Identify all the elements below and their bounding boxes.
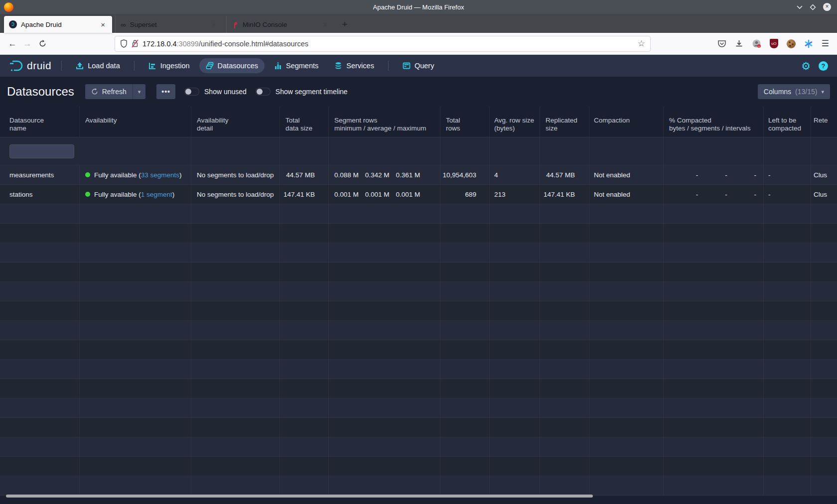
nav-item-load-data[interactable]: Load data: [69, 58, 127, 73]
left-to-be-compacted-cell: -: [764, 185, 811, 204]
window-maximize-icon[interactable]: [810, 4, 816, 10]
nav-item-services[interactable]: Services: [328, 58, 381, 73]
svg-text:x: x: [758, 45, 760, 48]
url-host: 172.18.0.4: [142, 40, 177, 48]
col-header-total-data-size[interactable]: Totaldata size: [280, 107, 329, 137]
datasource-name-filter-input[interactable]: [9, 144, 74, 158]
url-bar[interactable]: 172.18.0.4:30899/unified-console.html#da…: [115, 36, 651, 52]
datasource-name-cell: measurements: [4, 165, 80, 184]
total-rows-cell: 689: [440, 185, 490, 204]
downloads-icon[interactable]: [735, 39, 743, 48]
total-data-size-cell: 44.57 MB: [280, 165, 329, 184]
toggle-knob: [185, 89, 191, 95]
tab-close-icon[interactable]: ×: [210, 20, 218, 29]
minio-favicon: [232, 20, 239, 29]
help-icon[interactable]: ?: [819, 61, 828, 71]
col-header-segment-rows[interactable]: Segment rowsminimum / average / maximum: [329, 107, 440, 137]
tracking-shield-icon[interactable]: [120, 39, 128, 48]
window-minimize-icon[interactable]: [797, 5, 803, 9]
tab-label: Superset: [130, 21, 210, 28]
show-segment-timeline-label: Show segment timeline: [276, 88, 348, 96]
refresh-button[interactable]: Refresh: [85, 84, 133, 99]
ublock-origin-icon[interactable]: uO: [770, 39, 778, 48]
col-header-pct-compacted[interactable]: % Compactedbytes / segments / intervals: [664, 107, 764, 137]
nav-item-label: Segments: [286, 62, 318, 70]
tab-close-icon[interactable]: ×: [321, 20, 329, 29]
nav-item-datasources[interactable]: Datasources: [199, 58, 265, 73]
avg-row-size-cell: 4: [490, 165, 540, 184]
availability-text: ): [172, 191, 175, 198]
refresh-icon: [91, 88, 98, 95]
nav-separator: [61, 61, 62, 71]
col-header-availability-detail[interactable]: Availabilitydetail: [191, 107, 280, 137]
empty-row: [0, 243, 837, 262]
avg-row-size-cell: 213: [490, 185, 540, 204]
nav-item-segments[interactable]: Segments: [268, 58, 325, 73]
url-text[interactable]: 172.18.0.4:30899/unified-console.html#da…: [142, 40, 634, 48]
availability-cell: Fully available (1 segment): [80, 185, 191, 204]
compaction-cell: Not enabled: [589, 165, 664, 184]
account-extension-icon[interactable]: x: [752, 39, 761, 48]
nav-item-ingestion[interactable]: Ingestion: [142, 58, 196, 73]
tab-minio-console[interactable]: MinIO Console ×: [226, 16, 334, 33]
back-button[interactable]: ←: [5, 36, 20, 51]
col-header-avg-row-size[interactable]: Avg. row size(bytes): [490, 107, 540, 137]
pocket-icon[interactable]: [717, 39, 726, 48]
segments-link[interactable]: 33 segments: [141, 171, 179, 179]
col-header-datasource-name[interactable]: Datasourcename: [4, 107, 80, 137]
col-header-total-rows[interactable]: Totalrows: [440, 107, 490, 137]
ingestion-icon: [148, 62, 156, 70]
refresh-label: Refresh: [102, 88, 127, 96]
show-segment-timeline-toggle[interactable]: [256, 88, 271, 96]
tab-label: Apache Druid: [21, 21, 99, 28]
new-tab-button[interactable]: +: [337, 17, 352, 32]
compaction-cell: Not enabled: [589, 185, 664, 204]
fully-available-dot-icon: [85, 172, 90, 177]
col-header-retention[interactable]: Rete: [811, 107, 837, 137]
col-header-left-to-be-compacted[interactable]: Left to becompacted: [764, 107, 811, 137]
nav-item-query[interactable]: Query: [396, 58, 441, 73]
window-title: Apache Druid — Mozilla Firefox: [0, 3, 837, 11]
empty-row: [0, 224, 837, 243]
url-path: /unified-console.html#datasources: [199, 40, 308, 48]
availability-detail-cell: No segments to load/drop: [191, 165, 280, 184]
table-body: measurements Fully available (33 segment…: [0, 137, 837, 496]
menu-hamburger-icon[interactable]: ☰: [822, 38, 829, 49]
window-close-icon[interactable]: ×: [823, 3, 831, 11]
nav-item-label: Ingestion: [160, 62, 190, 70]
segments-link[interactable]: 1 segment: [141, 191, 172, 198]
tab-close-icon[interactable]: ×: [99, 20, 107, 29]
forward-button[interactable]: →: [20, 36, 35, 51]
extension-asterisk-icon[interactable]: [804, 39, 813, 48]
table-row-stations[interactable]: stations Fully available (1 segment) No …: [0, 185, 837, 204]
more-actions-button[interactable]: •••: [156, 84, 175, 99]
datasources-icon: [206, 62, 214, 70]
cookie-extension-icon[interactable]: [787, 39, 796, 48]
refresh-dropdown-button[interactable]: ▾: [133, 84, 146, 99]
horizontal-scrollbar-thumb[interactable]: [6, 495, 593, 498]
tab-superset[interactable]: ∞ Superset ×: [115, 16, 223, 33]
col-header-replicated-size[interactable]: Replicatedsize: [540, 107, 589, 137]
table-header-row: Datasourcename Availability Availability…: [0, 107, 837, 137]
table-row-measurements[interactable]: measurements Fully available (33 segment…: [0, 165, 837, 185]
toggle-knob: [257, 89, 263, 95]
empty-row: [0, 204, 837, 224]
url-toolbar: ← → 172.18.0.4:30899/unified-console.htm…: [0, 33, 837, 55]
bookmark-star-icon[interactable]: ☆: [638, 38, 645, 49]
insecure-lock-icon[interactable]: [132, 39, 139, 48]
empty-row: [0, 301, 837, 321]
druid-favicon: ɔ: [9, 20, 17, 28]
firefox-window: Apache Druid — Mozilla Firefox × ɔ Apach…: [0, 0, 837, 504]
druid-logo[interactable]: druid: [5, 59, 55, 72]
chevron-down-icon: ▾: [138, 89, 141, 95]
col-header-availability[interactable]: Availability: [80, 107, 191, 137]
show-unused-toggle[interactable]: [184, 88, 199, 96]
tab-apache-druid[interactable]: ɔ Apache Druid ×: [4, 16, 112, 33]
columns-button[interactable]: Columns (13/15) ▾: [758, 84, 830, 99]
reload-button[interactable]: [35, 36, 50, 51]
tab-bar: ɔ Apache Druid × ∞ Superset × MinIO Cons…: [0, 14, 837, 33]
col-header-compaction[interactable]: Compaction: [589, 107, 664, 137]
settings-gear-icon[interactable]: ⚙: [801, 61, 811, 71]
nav-item-label: Services: [346, 62, 374, 70]
tab-label: MinIO Console: [243, 21, 321, 28]
